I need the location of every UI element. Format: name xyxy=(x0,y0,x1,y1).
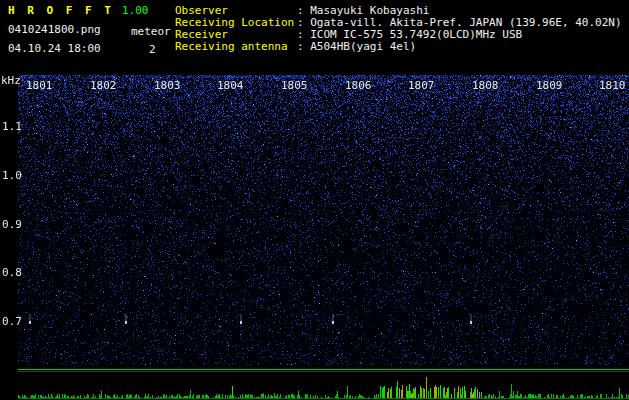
y-tick-1-1: 1.1 xyxy=(2,121,22,133)
x-tick-1810: 1810 xyxy=(599,80,626,92)
x-tick-1809: 1809 xyxy=(536,80,563,92)
app-version: 1.00 xyxy=(122,5,149,17)
y-tick-0-9: 0.9 xyxy=(2,219,22,231)
hrofft-window: H R O F F T 1.00 0410241800.png meteor 0… xyxy=(0,0,629,400)
info-value-antenna: : A504HB(yagi 4el) xyxy=(297,41,416,53)
y-tick-0-8: 0.8 xyxy=(2,267,22,279)
info-label-antenna: Receiving antenna xyxy=(175,41,288,53)
echo-count: 2 xyxy=(149,44,156,56)
x-tick-1802: 1802 xyxy=(90,80,117,92)
y-tick-0-7: 0.7 xyxy=(2,316,22,328)
x-tick-1808: 1808 xyxy=(472,80,499,92)
spectrogram-canvas xyxy=(18,75,629,365)
app-title: H R O F F T xyxy=(8,5,114,17)
mode-label: meteor xyxy=(131,26,171,38)
datetime-label: 04.10.24 18:00 xyxy=(8,43,101,55)
x-tick-1804: 1804 xyxy=(217,80,244,92)
x-tick-1805: 1805 xyxy=(281,80,308,92)
x-tick-1806: 1806 xyxy=(345,80,372,92)
output-filename: 0410241800.png xyxy=(8,24,101,36)
x-tick-1803: 1803 xyxy=(154,80,181,92)
x-tick-1801: 1801 xyxy=(26,80,53,92)
signal-level-strip-canvas xyxy=(0,367,629,400)
y-tick-1-0: 1.0 xyxy=(2,170,22,182)
y-axis-unit: kHz xyxy=(1,75,21,87)
x-tick-1807: 1807 xyxy=(408,80,435,92)
